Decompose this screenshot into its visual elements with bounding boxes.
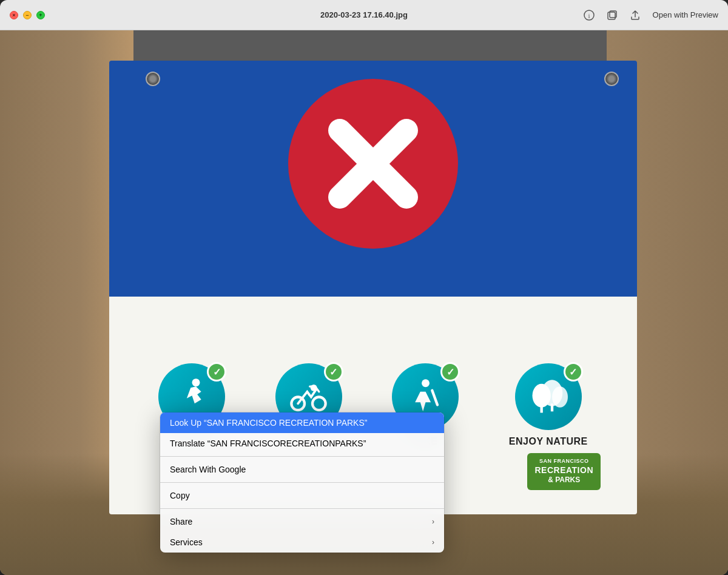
open-with-preview-button[interactable]: Open with Preview bbox=[653, 10, 718, 19]
duplicate-icon[interactable] bbox=[607, 10, 618, 21]
close-icon: × bbox=[12, 12, 15, 18]
share-icon[interactable] bbox=[630, 10, 641, 21]
minimize-button[interactable]: − bbox=[23, 11, 32, 19]
activity-nature: ✓ ENJOY NATURE bbox=[509, 363, 588, 447]
image-area: ✓ RUN bbox=[0, 30, 728, 575]
share-submenu-arrow: › bbox=[432, 517, 434, 526]
separator-3 bbox=[160, 508, 444, 509]
grommet-top-left bbox=[146, 72, 160, 86]
svg-line-11 bbox=[432, 391, 437, 405]
separator-2 bbox=[160, 482, 444, 483]
svg-rect-16 bbox=[551, 403, 553, 411]
minimize-icon: − bbox=[25, 12, 29, 18]
titlebar: × − + 2020-03-23 17.16.40.jpg i bbox=[0, 0, 728, 30]
svg-rect-15 bbox=[541, 406, 543, 413]
parks-line3: & PARKS bbox=[534, 476, 593, 485]
nature-label: ENJOY NATURE bbox=[509, 436, 588, 447]
parks-line2: RECREATION bbox=[534, 465, 593, 476]
bike-checkmark: ✓ bbox=[324, 362, 343, 382]
context-menu-item-share[interactable]: Share › bbox=[160, 511, 444, 532]
maximize-button[interactable]: + bbox=[36, 11, 45, 19]
hike-checkmark: ✓ bbox=[440, 362, 460, 382]
maximize-icon: + bbox=[39, 12, 42, 18]
parks-line1: SAN FRANCISCO bbox=[534, 458, 593, 465]
context-menu-item-services[interactable]: Services › bbox=[160, 532, 444, 553]
no-entry-circle bbox=[288, 79, 458, 249]
context-menu-item-translate[interactable]: Translate “SAN FRANCISCORECREATIONPARKS” bbox=[160, 433, 444, 454]
services-submenu-arrow: › bbox=[432, 538, 434, 546]
traffic-lights: × − + bbox=[10, 11, 45, 19]
context-menu: Look Up “SAN FRANCISCO RECREATION PARKS”… bbox=[160, 412, 444, 553]
svg-point-10 bbox=[422, 379, 430, 387]
nature-icon-circle: ✓ bbox=[515, 363, 582, 430]
svg-rect-2 bbox=[608, 12, 615, 19]
window-title: 2020-03-23 17.16.40.jpg bbox=[320, 10, 408, 19]
nature-checkmark: ✓ bbox=[564, 362, 583, 382]
toolbar-right: i Open with Preview bbox=[584, 10, 718, 21]
grommet-top-right bbox=[604, 72, 619, 86]
context-menu-item-lookup[interactable]: Look Up “SAN FRANCISCO RECREATION PARKS” bbox=[160, 412, 444, 433]
svg-text:i: i bbox=[588, 12, 590, 19]
app-window: × − + 2020-03-23 17.16.40.jpg i bbox=[0, 0, 728, 575]
close-button[interactable]: × bbox=[10, 11, 18, 19]
run-checkmark: ✓ bbox=[207, 362, 226, 382]
sign-blue-top bbox=[109, 61, 637, 297]
info-icon[interactable]: i bbox=[584, 10, 595, 21]
svg-point-8 bbox=[312, 397, 326, 410]
svg-point-14 bbox=[552, 386, 568, 408]
svg-point-6 bbox=[192, 378, 200, 386]
context-menu-item-copy[interactable]: Copy bbox=[160, 485, 444, 506]
context-menu-item-search[interactable]: Search With Google bbox=[160, 459, 444, 480]
separator-1 bbox=[160, 456, 444, 457]
sf-parks-badge: SAN FRANCISCO RECREATION & PARKS bbox=[527, 453, 601, 490]
